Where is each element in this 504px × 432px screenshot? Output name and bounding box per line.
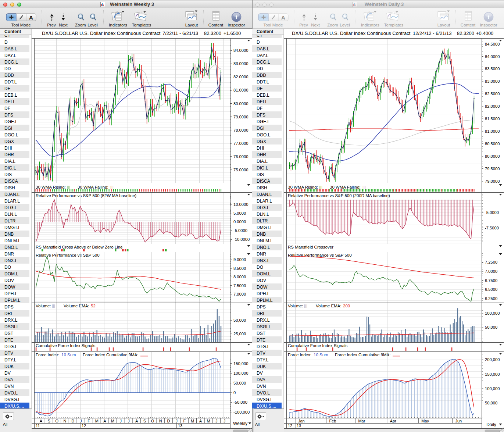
svg-text:Jun: Jun	[455, 419, 462, 423]
svg-text:83.5000: 83.5000	[485, 67, 500, 71]
svg-text:-100,000: -100,000	[233, 410, 250, 414]
svg-text:81.0000: 81.0000	[233, 88, 248, 92]
svg-text:Feb: Feb	[329, 419, 336, 423]
svg-text:S: S	[47, 419, 50, 423]
svg-text:8.5000: 8.5000	[233, 266, 246, 271]
svg-text:0: 0	[233, 390, 236, 395]
svg-text:11: 11	[36, 424, 40, 428]
svg-text:Apr: Apr	[390, 419, 396, 423]
svg-text:150,000: 150,000	[233, 361, 248, 366]
svg-text:N: N	[63, 419, 66, 423]
svg-text:Force Index Cumulative 9MA:: Force Index Cumulative 9MA:	[83, 353, 138, 357]
svg-text:Jan: Jan	[298, 419, 305, 423]
svg-text:30 WMA Falling:: 30 WMA Falling:	[330, 185, 361, 189]
svg-text:0.0000: 0.0000	[233, 219, 246, 224]
svg-text:-7.5000: -7.5000	[485, 226, 499, 230]
svg-text:N: N	[159, 419, 162, 423]
svg-text:82.0000: 82.0000	[485, 104, 500, 108]
svg-text:30 WMA Rising:: 30 WMA Rising:	[288, 185, 318, 189]
svg-text:100,000: 100,000	[233, 371, 248, 375]
svg-text:81.0000: 81.0000	[485, 129, 500, 133]
svg-text:50,000: 50,000	[233, 381, 246, 385]
svg-text:M: M	[111, 419, 114, 423]
svg-text:Mar: Mar	[358, 419, 365, 423]
svg-text:RS Mansfield Crossover: RS Mansfield Crossover	[288, 245, 333, 249]
svg-text:Relative Performance vs S&P 50: Relative Performance vs S&P 500	[36, 253, 100, 257]
svg-text:|||: |||	[319, 185, 322, 189]
svg-text:J: J	[215, 419, 218, 423]
svg-text:D: D	[71, 419, 74, 423]
svg-text:100,000: 100,000	[485, 311, 500, 315]
svg-text:150,000: 150,000	[485, 372, 500, 376]
svg-text:82.0000: 82.0000	[233, 75, 248, 79]
svg-text:D: D	[167, 419, 170, 423]
svg-text:J: J	[176, 419, 178, 423]
svg-text:May: May	[421, 419, 429, 423]
svg-text:79.5000: 79.5000	[485, 167, 500, 171]
svg-text:9.0000: 9.0000	[233, 257, 246, 262]
svg-text:200,000: 200,000	[485, 357, 500, 362]
svg-text:10 Sum: 10 Sum	[314, 353, 328, 357]
svg-text:8.0000: 8.0000	[233, 275, 246, 279]
svg-text:J: J	[128, 419, 130, 423]
svg-text:10 Sum: 10 Sum	[61, 353, 76, 357]
svg-text:10.0000: 10.0000	[233, 202, 248, 207]
svg-text:J: J	[120, 419, 122, 423]
svg-text:A: A	[103, 419, 106, 423]
svg-text:F: F	[87, 419, 90, 423]
svg-text:81.5000: 81.5000	[485, 117, 500, 121]
svg-text:J: J	[80, 419, 82, 423]
svg-text:-5.0000: -5.0000	[485, 210, 499, 215]
svg-text:5.0000: 5.0000	[233, 211, 246, 215]
svg-text:50,000: 50,000	[233, 318, 246, 322]
svg-text:6.5000: 6.5000	[485, 287, 497, 292]
svg-text:7.0000: 7.0000	[233, 292, 246, 296]
svg-text:7.0000: 7.0000	[485, 269, 497, 274]
svg-text:30 WMA Rising:: 30 WMA Rising:	[36, 185, 66, 189]
svg-text:78.0000: 78.0000	[233, 128, 248, 132]
svg-text:83.0000: 83.0000	[233, 61, 248, 66]
svg-text:A: A	[199, 419, 202, 423]
svg-text:6.2500: 6.2500	[485, 296, 497, 301]
svg-text:Daily: Daily	[486, 422, 496, 427]
svg-text:A: A	[40, 419, 43, 423]
svg-text:52: 52	[91, 304, 96, 308]
svg-text:80.5000: 80.5000	[485, 142, 500, 146]
svg-text:Volume EMA:: Volume EMA:	[64, 304, 89, 308]
svg-text:13: 13	[178, 424, 182, 428]
svg-text:O: O	[151, 419, 154, 423]
svg-text:6.7500: 6.7500	[485, 278, 497, 283]
svg-text:7.2500: 7.2500	[485, 260, 497, 264]
svg-text:|||: |||	[110, 185, 114, 189]
svg-text:Force Index Cumulative 9MA:: Force Index Cumulative 9MA:	[335, 353, 390, 357]
svg-text:50,000: 50,000	[485, 401, 497, 405]
svg-text:12: 12	[288, 424, 292, 428]
svg-text:Volume EMA:: Volume EMA:	[316, 304, 342, 308]
svg-text:|||: |||	[304, 304, 307, 308]
svg-text:13: 13	[297, 424, 301, 428]
svg-text:Relative Performance vs S&P 50: Relative Performance vs S&P 500 (200D MA…	[288, 193, 390, 198]
svg-text:30 WMA Falling:: 30 WMA Falling:	[78, 185, 108, 189]
svg-text:M: M	[207, 419, 210, 423]
svg-text:25,000: 25,000	[233, 332, 246, 336]
svg-text:Relative Performance vs S&P 50: Relative Performance vs S&P 500 (52W MA …	[36, 193, 136, 198]
svg-text:200: 200	[343, 304, 350, 308]
svg-text:84.0000: 84.0000	[233, 48, 248, 53]
svg-text:75.0000: 75.0000	[233, 168, 248, 172]
svg-text:O: O	[55, 419, 58, 423]
svg-text:84.0000: 84.0000	[485, 54, 500, 59]
svg-text:80.0000: 80.0000	[233, 101, 248, 106]
svg-text:-5.0000: -5.0000	[233, 228, 247, 233]
svg-text:83.0000: 83.0000	[485, 79, 500, 83]
svg-text:S: S	[143, 419, 146, 423]
svg-text:Force Index:: Force Index:	[36, 353, 59, 357]
svg-text:77.0000: 77.0000	[233, 141, 248, 146]
svg-text:Cumulative Force Index Signals: Cumulative Force Index Signals	[288, 343, 348, 348]
svg-text:84.5000: 84.5000	[485, 42, 500, 46]
svg-text:79.0000: 79.0000	[233, 115, 248, 119]
svg-text:12: 12	[82, 424, 86, 428]
svg-text:J: J	[224, 419, 226, 423]
svg-text:7.5000: 7.5000	[233, 283, 246, 288]
svg-text:Weekly: Weekly	[233, 421, 247, 426]
svg-text:Cumulative Force Index Signals: Cumulative Force Index Signals	[36, 343, 96, 348]
